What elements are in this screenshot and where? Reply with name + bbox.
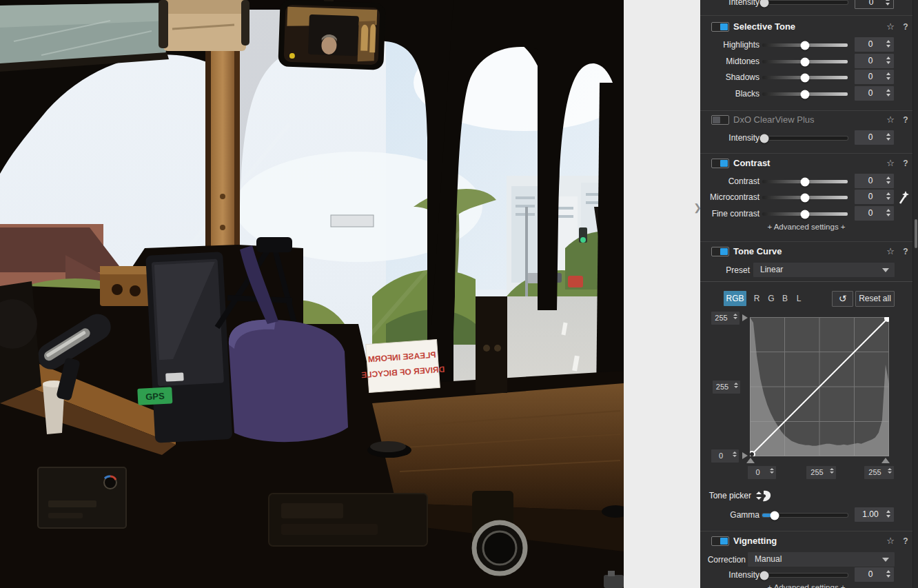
- slider-thumb[interactable]: [801, 57, 810, 66]
- value-box[interactable]: 0: [855, 174, 894, 188]
- magic-wand-icon[interactable]: [897, 190, 910, 205]
- spinner[interactable]: [886, 89, 890, 97]
- value-text: 0: [855, 190, 886, 204]
- clearview-intensity-slider[interactable]: [762, 136, 848, 140]
- vignetting-intensity-slider[interactable]: [762, 574, 848, 577]
- contrast-advanced-settings-link[interactable]: + Advanced settings +: [700, 223, 912, 231]
- gamma-slider[interactable]: [762, 514, 848, 517]
- slider-thumb[interactable]: [801, 177, 810, 186]
- help-icon[interactable]: ?: [901, 245, 910, 258]
- value-text: 0: [855, 54, 886, 68]
- tab-channel-l[interactable]: L: [793, 291, 804, 306]
- spinner[interactable]: [886, 133, 890, 141]
- help-icon[interactable]: ?: [901, 113, 910, 127]
- vignetting-advanced-settings-link[interactable]: + Advanced settings +: [700, 583, 912, 588]
- tab-channel-g[interactable]: G: [766, 291, 777, 306]
- reset-all-button[interactable]: Reset all: [855, 291, 895, 307]
- panel-scrollbar[interactable]: [912, 0, 918, 588]
- white-point-marker[interactable]: [742, 314, 748, 321]
- x-white-marker[interactable]: [881, 458, 890, 463]
- slider-thumb[interactable]: [801, 210, 810, 219]
- tone-curve-header: Tone Curve ☆ ?: [700, 245, 912, 258]
- curve-left-mid-spinbox[interactable]: 255: [713, 381, 740, 394]
- contrast-slider[interactable]: [762, 180, 848, 183]
- value-box[interactable]: 0: [855, 70, 894, 84]
- tone-picker-icon[interactable]: [755, 488, 772, 505]
- smart-lighting-intensity-row: Intensity 0: [700, 0, 912, 10]
- highlights-slider[interactable]: [762, 43, 848, 47]
- value-box[interactable]: 0: [855, 37, 894, 52]
- curve-left-top-spinbox[interactable]: 255: [711, 312, 740, 325]
- favorite-star-icon[interactable]: ☆: [884, 245, 897, 258]
- undo-button[interactable]: ↺: [832, 291, 853, 307]
- help-icon[interactable]: ?: [901, 156, 910, 170]
- value-box[interactable]: 0: [855, 0, 894, 9]
- preset-dropdown[interactable]: Linear: [753, 263, 895, 277]
- trolley-photo-scene: GPS: [0, 0, 624, 588]
- tone-curve-toggle[interactable]: [711, 247, 729, 256]
- clearview-toggle[interactable]: [711, 115, 729, 125]
- favorite-star-icon[interactable]: ☆: [884, 534, 897, 548]
- midtones-slider[interactable]: [762, 60, 848, 63]
- spinner[interactable]: [886, 0, 890, 6]
- favorite-star-icon[interactable]: ☆: [884, 156, 897, 170]
- scrollbar-thumb[interactable]: [915, 219, 917, 248]
- slider-label: Midtones: [700, 54, 759, 69]
- spinner[interactable]: [886, 57, 890, 64]
- slider-thumb[interactable]: [801, 41, 810, 50]
- value-box[interactable]: 0: [855, 54, 894, 68]
- value-text: 0: [855, 567, 886, 582]
- help-icon[interactable]: ?: [901, 534, 910, 548]
- value-text: 0: [855, 86, 886, 101]
- spinner[interactable]: [886, 40, 890, 48]
- correction-dropdown[interactable]: Manual: [748, 552, 895, 567]
- curve-left-bottom-spinbox[interactable]: 0: [711, 449, 739, 463]
- value-text: 0: [855, 37, 886, 52]
- curve-x-mid-spinbox[interactable]: 255: [806, 466, 836, 479]
- curve-x-max-spinbox[interactable]: 255: [864, 466, 894, 479]
- value-box[interactable]: 0: [855, 567, 894, 582]
- microcontrast-slider[interactable]: [762, 196, 848, 199]
- slider-thumb[interactable]: [760, 0, 769, 7]
- section-title: Vignetting: [733, 534, 777, 548]
- value-box[interactable]: 1.00: [855, 507, 894, 522]
- rearview-mirror: [278, 0, 385, 70]
- curve-x-min-spinbox[interactable]: 0: [748, 466, 776, 479]
- tab-channel-r[interactable]: R: [751, 291, 762, 306]
- tab-channel-b[interactable]: B: [779, 291, 790, 306]
- favorite-star-icon[interactable]: ☆: [884, 20, 897, 34]
- spinner[interactable]: [886, 72, 890, 80]
- spinner[interactable]: [886, 176, 890, 184]
- slider-thumb[interactable]: [801, 73, 810, 82]
- channel-tabs-row: RGB R G B L ↺ Reset all: [700, 291, 912, 307]
- value-box[interactable]: 0: [855, 86, 894, 101]
- spinner[interactable]: [886, 209, 890, 216]
- contrast-toggle[interactable]: [711, 159, 729, 168]
- spinner[interactable]: [886, 510, 890, 518]
- selective-tone-toggle[interactable]: [711, 22, 729, 32]
- vignetting-toggle[interactable]: [711, 536, 729, 546]
- slider-label: Blacks: [700, 86, 759, 101]
- value-box[interactable]: 0: [855, 190, 894, 204]
- slider-thumb[interactable]: [801, 193, 810, 202]
- x-black-marker[interactable]: [746, 458, 755, 463]
- fine-contrast-slider[interactable]: [762, 212, 848, 216]
- corrections-panel: Intensity 0 Selective Tone ☆ ? Highlight…: [700, 0, 912, 588]
- curve-point-black[interactable]: [750, 452, 755, 456]
- slider-thumb[interactable]: [760, 571, 769, 580]
- intensity-slider[interactable]: [762, 1, 848, 4]
- tone-curve-plot[interactable]: [750, 317, 889, 456]
- slider-thumb[interactable]: [760, 134, 769, 143]
- slider-thumb[interactable]: [771, 511, 779, 520]
- slider-thumb[interactable]: [801, 90, 810, 99]
- help-icon[interactable]: ?: [901, 20, 910, 34]
- slider-label: Intensity: [700, 130, 759, 145]
- tab-channel-rgb[interactable]: RGB: [724, 291, 746, 306]
- value-box[interactable]: 0: [855, 206, 894, 221]
- blacks-slider[interactable]: [762, 92, 848, 96]
- spinner[interactable]: [886, 570, 890, 578]
- value-box[interactable]: 0: [855, 130, 894, 145]
- spinner[interactable]: [886, 192, 890, 200]
- favorite-star-icon[interactable]: ☆: [884, 113, 897, 127]
- shadows-slider[interactable]: [762, 76, 848, 79]
